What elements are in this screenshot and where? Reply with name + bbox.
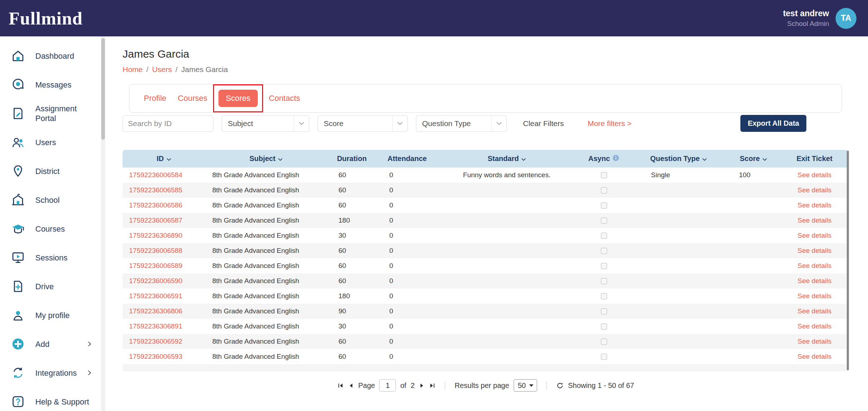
column-header-score[interactable]: Score — [726, 150, 781, 167]
avatar[interactable]: TA — [836, 8, 856, 29]
row-id-link[interactable]: 17592236306891 — [129, 322, 182, 330]
tab-scores[interactable]: Scores — [218, 90, 257, 107]
row-id-link[interactable]: 17592236306890 — [129, 232, 182, 239]
sidebar-item-drive[interactable]: Drive — [0, 272, 105, 301]
sidebar-item-my-profile[interactable]: My profile — [0, 301, 105, 330]
tab-courses[interactable]: Courses — [178, 94, 207, 103]
sidebar-item-integrations[interactable]: Integrations — [0, 358, 105, 387]
sidebar-item-courses[interactable]: Courses — [0, 214, 105, 243]
sidebar-item-district[interactable]: District — [0, 157, 105, 186]
async-checkbox[interactable] — [601, 248, 607, 254]
see-details-link[interactable]: See details — [797, 292, 831, 300]
row-id-link[interactable]: 17592236006585 — [129, 186, 182, 194]
see-details-link[interactable]: See details — [797, 247, 831, 254]
row-id-link[interactable]: 17592236006589 — [129, 262, 182, 269]
question-type-dropdown[interactable]: Question Type — [416, 115, 507, 132]
sidebar-item-users[interactable]: Users — [0, 128, 105, 157]
async-checkbox[interactable] — [601, 233, 607, 239]
subject-dropdown[interactable]: Subject — [222, 115, 309, 132]
cell-duration: 60 — [327, 243, 377, 258]
table-scrollbar-thumb[interactable] — [847, 151, 849, 370]
score-dropdown[interactable]: Score — [318, 115, 408, 132]
page-number-input[interactable] — [379, 379, 396, 392]
clear-filters-button[interactable]: Clear Filters — [523, 119, 564, 128]
user-meta: test andrew School Admin — [783, 9, 829, 28]
app-body: DashboardMessagesAssignment PortalUsersD… — [0, 36, 868, 411]
breadcrumb-home[interactable]: Home — [123, 65, 143, 74]
cell-question-type — [632, 198, 726, 213]
sidebar-scrollbar-thumb[interactable] — [101, 38, 105, 140]
row-id-link[interactable]: 17592236006593 — [129, 353, 182, 360]
async-checkbox[interactable] — [601, 354, 607, 360]
row-id-link[interactable]: 17592236006590 — [129, 277, 182, 285]
tab-contacts[interactable]: Contacts — [269, 94, 300, 103]
async-checkbox[interactable] — [601, 218, 607, 224]
sidebar-item-add[interactable]: Add — [0, 330, 105, 358]
see-details-link[interactable]: See details — [797, 262, 831, 269]
column-header-standard[interactable]: Standard — [438, 150, 576, 167]
table-row: 175922363068068th Grade Advanced English… — [123, 304, 848, 319]
sidebar-item-dashboard[interactable]: Dashboard — [0, 41, 105, 70]
breadcrumb-users[interactable]: Users — [152, 65, 172, 74]
row-id-link[interactable]: 17592236006586 — [129, 201, 182, 209]
async-checkbox[interactable] — [601, 172, 607, 178]
last-page-button[interactable] — [429, 383, 435, 389]
cell-subject: 8th Grade Advanced English — [205, 183, 327, 198]
school-icon — [10, 192, 26, 208]
first-page-button[interactable] — [337, 383, 344, 389]
column-header-id[interactable]: ID — [123, 150, 205, 167]
row-id-link[interactable]: 17592236006592 — [129, 338, 182, 345]
async-checkbox[interactable] — [601, 323, 607, 330]
see-details-link[interactable]: See details — [797, 338, 831, 345]
sidebar-item-school[interactable]: School — [0, 186, 105, 214]
cell-standard — [438, 349, 576, 364]
courses-icon — [10, 221, 26, 237]
tab-cell: Profile — [138, 84, 172, 112]
row-id-link[interactable]: 17592236006584 — [129, 171, 182, 179]
see-details-link[interactable]: See details — [797, 201, 831, 209]
cell-attendance: 0 — [377, 289, 438, 304]
async-checkbox[interactable] — [601, 187, 607, 193]
row-id-link[interactable]: 17592236006588 — [129, 247, 182, 254]
results-per-page-select[interactable]: 50 — [514, 379, 537, 392]
sidebar-item-messages[interactable]: Messages — [0, 70, 105, 99]
user-menu[interactable]: test andrew School Admin TA — [783, 8, 856, 29]
async-checkbox[interactable] — [601, 202, 607, 209]
tab-profile[interactable]: Profile — [144, 94, 166, 103]
search-input[interactable] — [123, 115, 213, 132]
refresh-button[interactable] — [556, 382, 564, 389]
cell-subject: 8th Grade Advanced English — [205, 304, 327, 319]
info-icon[interactable] — [612, 155, 619, 163]
see-details-link[interactable]: See details — [797, 186, 831, 194]
column-header-subject[interactable]: Subject — [205, 150, 327, 167]
see-details-link[interactable]: See details — [797, 353, 831, 360]
app-logo[interactable]: Fullmind — [9, 8, 83, 29]
see-details-link[interactable]: See details — [797, 171, 831, 179]
async-checkbox[interactable] — [601, 339, 607, 345]
row-id-link[interactable]: 17592236006587 — [129, 216, 182, 224]
see-details-link[interactable]: See details — [797, 216, 831, 224]
async-checkbox[interactable] — [601, 308, 607, 314]
row-id-link[interactable]: 17592236306806 — [129, 307, 182, 315]
row-id-link[interactable]: 17592236006591 — [129, 292, 182, 300]
sidebar-item-assignment-portal[interactable]: Assignment Portal — [0, 99, 105, 128]
export-all-data-button[interactable]: Export All Data — [740, 115, 806, 132]
more-filters-link[interactable]: More filters > — [588, 119, 632, 128]
sidebar-item-sessions[interactable]: Sessions — [0, 243, 105, 272]
cell-duration: 30 — [327, 228, 377, 243]
sidebar-scrollbar[interactable] — [101, 36, 105, 411]
main-content: James Garcia Home/Users/James Garcia Pro… — [105, 36, 868, 411]
see-details-link[interactable]: See details — [797, 232, 831, 239]
previous-page-button[interactable] — [348, 383, 354, 389]
async-checkbox[interactable] — [601, 263, 607, 269]
see-details-link[interactable]: See details — [797, 307, 831, 315]
sidebar-item-help-support[interactable]: Help & Support — [0, 387, 105, 411]
column-header-question-type[interactable]: Question Type — [632, 150, 726, 167]
next-page-button[interactable] — [419, 383, 425, 389]
see-details-link[interactable]: See details — [797, 322, 831, 330]
cell-duration: 180 — [327, 289, 377, 304]
sidebar-item-label: Dashboard — [35, 51, 74, 61]
async-checkbox[interactable] — [601, 293, 607, 299]
async-checkbox[interactable] — [601, 278, 607, 284]
see-details-link[interactable]: See details — [797, 277, 831, 285]
